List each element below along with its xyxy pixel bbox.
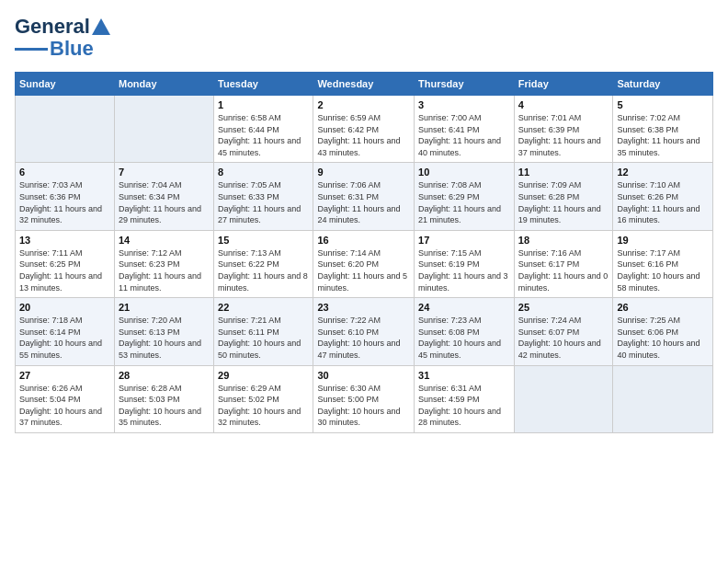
day-number: 31 (418, 370, 510, 381)
calendar-cell: 25Sunrise: 7:24 AMSunset: 6:07 PMDayligh… (514, 298, 613, 365)
day-number: 25 (518, 302, 609, 313)
calendar-cell: 17Sunrise: 7:15 AMSunset: 6:19 PMDayligh… (415, 230, 515, 297)
calendar-cell: 11Sunrise: 7:09 AMSunset: 6:28 PMDayligh… (514, 163, 613, 230)
day-detail: Sunrise: 6:58 AMSunset: 6:44 PMDaylight:… (218, 112, 309, 158)
calendar-cell: 31Sunrise: 6:31 AMSunset: 4:59 PMDayligh… (415, 365, 515, 432)
day-detail: Sunrise: 7:14 AMSunset: 6:20 PMDaylight:… (317, 247, 410, 293)
day-number: 22 (218, 302, 309, 313)
day-detail: Sunrise: 6:31 AMSunset: 4:59 PMDaylight:… (418, 383, 510, 429)
day-number: 24 (418, 302, 510, 313)
header-tuesday: Tuesday (214, 73, 313, 96)
calendar-cell: 16Sunrise: 7:14 AMSunset: 6:20 PMDayligh… (313, 230, 415, 297)
day-detail: Sunrise: 7:02 AMSunset: 6:38 PMDaylight:… (617, 112, 709, 158)
calendar-cell: 27Sunrise: 6:26 AMSunset: 5:04 PMDayligh… (16, 365, 115, 432)
calendar-cell: 2Sunrise: 6:59 AMSunset: 6:42 PMDaylight… (313, 96, 415, 163)
day-number: 10 (418, 167, 510, 178)
day-number: 20 (19, 302, 110, 313)
day-detail: Sunrise: 7:22 AMSunset: 6:10 PMDaylight:… (317, 315, 410, 361)
day-detail: Sunrise: 7:20 AMSunset: 6:13 PMDaylight:… (119, 315, 210, 361)
header-sunday: Sunday (16, 73, 115, 96)
day-detail: Sunrise: 7:24 AMSunset: 6:07 PMDaylight:… (518, 315, 609, 361)
calendar-week-5: 27Sunrise: 6:26 AMSunset: 5:04 PMDayligh… (16, 365, 713, 432)
day-detail: Sunrise: 7:13 AMSunset: 6:22 PMDaylight:… (218, 247, 309, 293)
day-detail: Sunrise: 7:06 AMSunset: 6:31 PMDaylight:… (317, 179, 410, 225)
calendar-week-2: 6Sunrise: 7:03 AMSunset: 6:36 PMDaylight… (16, 163, 713, 230)
day-number: 9 (317, 167, 410, 178)
header-thursday: Thursday (415, 73, 515, 96)
day-detail: Sunrise: 6:29 AMSunset: 5:02 PMDaylight:… (218, 383, 309, 429)
calendar-cell: 14Sunrise: 7:12 AMSunset: 6:23 PMDayligh… (114, 230, 213, 297)
day-detail: Sunrise: 7:04 AMSunset: 6:34 PMDaylight:… (119, 179, 210, 225)
day-number: 27 (19, 370, 110, 381)
day-number: 21 (119, 302, 210, 313)
calendar-header-row: SundayMondayTuesdayWednesdayThursdayFrid… (16, 73, 713, 96)
logo-blue: Blue (50, 37, 94, 61)
calendar-week-1: 1Sunrise: 6:58 AMSunset: 6:44 PMDaylight… (16, 96, 713, 163)
day-number: 30 (317, 370, 410, 381)
logo: General Blue (15, 15, 110, 61)
calendar-cell: 22Sunrise: 7:21 AMSunset: 6:11 PMDayligh… (214, 298, 313, 365)
header-monday: Monday (114, 73, 213, 96)
day-detail: Sunrise: 7:15 AMSunset: 6:19 PMDaylight:… (418, 247, 510, 293)
day-number: 17 (418, 235, 510, 246)
calendar-cell: 18Sunrise: 7:16 AMSunset: 6:17 PMDayligh… (514, 230, 613, 297)
day-number: 2 (317, 99, 410, 110)
calendar-cell: 10Sunrise: 7:08 AMSunset: 6:29 PMDayligh… (415, 163, 515, 230)
calendar-cell: 8Sunrise: 7:05 AMSunset: 6:33 PMDaylight… (214, 163, 313, 230)
calendar-cell: 28Sunrise: 6:28 AMSunset: 5:03 PMDayligh… (114, 365, 213, 432)
day-number: 14 (119, 235, 210, 246)
day-number: 1 (218, 99, 309, 110)
calendar-cell: 5Sunrise: 7:02 AMSunset: 6:38 PMDaylight… (613, 96, 713, 163)
day-detail: Sunrise: 6:30 AMSunset: 5:00 PMDaylight:… (317, 383, 410, 429)
day-number: 6 (19, 167, 110, 178)
calendar-cell: 23Sunrise: 7:22 AMSunset: 6:10 PMDayligh… (313, 298, 415, 365)
calendar-cell: 19Sunrise: 7:17 AMSunset: 6:16 PMDayligh… (613, 230, 713, 297)
day-detail: Sunrise: 7:16 AMSunset: 6:17 PMDaylight:… (518, 247, 609, 293)
day-number: 29 (218, 370, 309, 381)
day-number: 23 (317, 302, 410, 313)
day-detail: Sunrise: 7:05 AMSunset: 6:33 PMDaylight:… (218, 179, 309, 225)
day-number: 7 (119, 167, 210, 178)
calendar-cell: 20Sunrise: 7:18 AMSunset: 6:14 PMDayligh… (16, 298, 115, 365)
day-number: 13 (19, 235, 110, 246)
day-detail: Sunrise: 7:00 AMSunset: 6:41 PMDaylight:… (418, 112, 510, 158)
calendar-cell: 13Sunrise: 7:11 AMSunset: 6:25 PMDayligh… (16, 230, 115, 297)
day-detail: Sunrise: 7:11 AMSunset: 6:25 PMDaylight:… (19, 247, 110, 293)
calendar-cell: 24Sunrise: 7:23 AMSunset: 6:08 PMDayligh… (415, 298, 515, 365)
day-number: 16 (317, 235, 410, 246)
day-detail: Sunrise: 7:01 AMSunset: 6:39 PMDaylight:… (518, 112, 609, 158)
day-detail: Sunrise: 7:12 AMSunset: 6:23 PMDaylight:… (119, 247, 210, 293)
day-number: 11 (518, 167, 609, 178)
calendar-cell: 15Sunrise: 7:13 AMSunset: 6:22 PMDayligh… (214, 230, 313, 297)
svg-marker-0 (92, 18, 110, 35)
header: General Blue (15, 15, 713, 61)
day-detail: Sunrise: 6:28 AMSunset: 5:03 PMDaylight:… (119, 383, 210, 429)
calendar-week-4: 20Sunrise: 7:18 AMSunset: 6:14 PMDayligh… (16, 298, 713, 365)
day-number: 8 (218, 167, 309, 178)
header-saturday: Saturday (613, 73, 713, 96)
calendar-cell: 30Sunrise: 6:30 AMSunset: 5:00 PMDayligh… (313, 365, 415, 432)
calendar-cell: 1Sunrise: 6:58 AMSunset: 6:44 PMDaylight… (214, 96, 313, 163)
day-detail: Sunrise: 7:25 AMSunset: 6:06 PMDaylight:… (617, 315, 709, 361)
calendar-cell: 29Sunrise: 6:29 AMSunset: 5:02 PMDayligh… (214, 365, 313, 432)
calendar-cell: 9Sunrise: 7:06 AMSunset: 6:31 PMDaylight… (313, 163, 415, 230)
header-friday: Friday (514, 73, 613, 96)
day-detail: Sunrise: 7:08 AMSunset: 6:29 PMDaylight:… (418, 179, 510, 225)
day-number: 28 (119, 370, 210, 381)
day-detail: Sunrise: 7:17 AMSunset: 6:16 PMDaylight:… (617, 247, 709, 293)
calendar-cell (114, 96, 213, 163)
calendar-week-3: 13Sunrise: 7:11 AMSunset: 6:25 PMDayligh… (16, 230, 713, 297)
day-number: 19 (617, 235, 709, 246)
day-number: 4 (518, 99, 609, 110)
day-number: 15 (218, 235, 309, 246)
day-number: 26 (617, 302, 709, 313)
day-detail: Sunrise: 7:03 AMSunset: 6:36 PMDaylight:… (19, 179, 110, 225)
calendar-cell: 4Sunrise: 7:01 AMSunset: 6:39 PMDaylight… (514, 96, 613, 163)
calendar-cell (514, 365, 613, 432)
day-number: 5 (617, 99, 709, 110)
day-number: 12 (617, 167, 709, 178)
calendar-cell (613, 365, 713, 432)
header-wednesday: Wednesday (313, 73, 415, 96)
calendar-cell: 21Sunrise: 7:20 AMSunset: 6:13 PMDayligh… (114, 298, 213, 365)
calendar-cell: 7Sunrise: 7:04 AMSunset: 6:34 PMDaylight… (114, 163, 213, 230)
